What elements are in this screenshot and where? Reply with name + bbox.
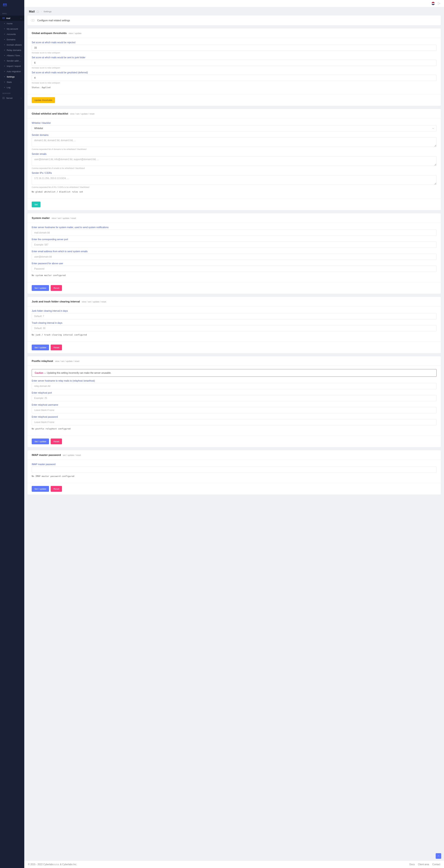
grey-score-input[interactable] xyxy=(32,75,437,81)
mailer-card: System mailerview / set / update / reset… xyxy=(28,213,441,293)
envelope-icon xyxy=(2,17,5,20)
relay-status: No postfix relayhost configured xyxy=(32,428,437,430)
wl-ips-textarea[interactable] xyxy=(32,175,437,185)
relay-reset-button[interactable]: Reset xyxy=(50,438,62,444)
scroll-top-button[interactable] xyxy=(436,853,441,859)
clearing-junk-label: Junk folder clearing interval in days xyxy=(32,310,437,312)
mailer-email-label: Enter email address from which to send s… xyxy=(32,250,437,253)
relay-pass-input[interactable] xyxy=(32,419,437,425)
sidebar-item-sender-addresses[interactable]: Sender addresses xyxy=(0,58,24,63)
whitelist-set-button[interactable]: Set xyxy=(32,202,40,207)
sidebar-item-domain-aliases[interactable]: Domain aliases xyxy=(0,42,24,48)
footer-link-contact[interactable]: Contact xyxy=(433,863,440,866)
relayhost-alert: Caution — Updating this setting incorrec… xyxy=(32,369,437,377)
sidebar-item-aliases-forwards[interactable]: Aliases / forwards xyxy=(0,53,24,58)
relay-user-input[interactable] xyxy=(32,407,437,413)
svg-rect-0 xyxy=(3,97,4,98)
sidebar-item-domains[interactable]: Domains xyxy=(0,37,24,42)
sidebar-item-accounts[interactable]: Accounts xyxy=(0,31,24,37)
sidebar-item-import-export[interactable]: Import / export xyxy=(0,63,24,69)
wl-type-select[interactable]: Whitelist xyxy=(32,125,437,131)
imap-card: IMAP master passwordset / update / reset… xyxy=(28,450,441,495)
sidebar: MAIL Mail Home My account Accounts Domai… xyxy=(0,0,24,868)
wl-type-label: Whitelist / blacklist xyxy=(32,122,437,124)
imap-pass-input[interactable] xyxy=(32,466,437,473)
antispam-status: Status: Applied xyxy=(32,86,437,89)
relay-host-label: Enter server hostname to relay mails to … xyxy=(32,379,437,382)
whitelist-card: Global whitelist and blacklistview / set… xyxy=(28,109,441,210)
sidebar-item-my-account[interactable]: My account xyxy=(0,26,24,31)
sidebar-item-mail[interactable]: Mail xyxy=(0,16,24,21)
relay-port-input[interactable] xyxy=(32,395,437,401)
section-mail: MAIL xyxy=(0,10,24,16)
junk-score-input[interactable] xyxy=(32,60,437,66)
mailer-pass-label: Enter password for above user xyxy=(32,262,437,265)
wl-emails-label: Sender emails xyxy=(32,153,437,155)
info-banner: Configure mail related settings xyxy=(28,16,441,25)
mailer-port-input[interactable] xyxy=(32,242,437,248)
sidebar-item-server[interactable]: Server xyxy=(0,95,24,101)
mailer-host-input[interactable] xyxy=(32,229,437,236)
sidebar-item-auto-migration[interactable]: Auto migration xyxy=(0,69,24,74)
clearing-card: Junk and trash folder clearing intervalv… xyxy=(28,297,441,353)
wl-ips-label: Sender IPs / CIDRs xyxy=(32,172,437,174)
mailer-status: No system mailer configured xyxy=(32,274,437,277)
sidebar-item-log[interactable]: Log xyxy=(0,85,24,90)
imap-reset-button[interactable]: Reset xyxy=(50,486,62,492)
section-server: SERVER xyxy=(0,90,24,95)
clearing-set-button[interactable]: Set / update xyxy=(32,345,49,350)
clearing-status: No junk / trash clearing interval config… xyxy=(32,334,437,336)
clearing-junk-input[interactable] xyxy=(32,313,437,319)
update-thresholds-button[interactable]: Update thresholds xyxy=(32,97,55,103)
relayhost-card: Postfix relayhostview / set / update / r… xyxy=(28,356,441,447)
svg-rect-1 xyxy=(3,98,4,99)
grey-score-label: Set score at which mails would be greyli… xyxy=(32,71,437,74)
mailer-reset-button[interactable]: Reset xyxy=(50,285,62,291)
sidebar-item-stats[interactable]: Stats xyxy=(0,80,24,85)
clearing-trash-input[interactable] xyxy=(32,325,437,331)
chevron-right-icon xyxy=(20,97,22,99)
home-icon[interactable] xyxy=(37,10,39,13)
server-icon xyxy=(2,97,5,99)
mailer-port-label: Enter the corresponding server port xyxy=(32,238,437,241)
footer-link-client-area[interactable]: Client area xyxy=(418,863,429,866)
chevron-down-icon xyxy=(20,18,22,19)
junk-score-label: Set score at which mails would be sent t… xyxy=(32,56,437,59)
topbar xyxy=(24,0,444,7)
mailer-host-label: Enter server hostname for system mailer,… xyxy=(32,226,437,229)
svg-point-3 xyxy=(33,20,35,22)
wl-domains-label: Sender domains xyxy=(32,134,437,136)
imap-pass-label: IMAP master password xyxy=(32,463,437,466)
logo-icon xyxy=(3,3,7,7)
language-flag-icon[interactable] xyxy=(432,2,435,5)
chevron-right-icon xyxy=(20,81,22,83)
mailer-set-button[interactable]: Set / update xyxy=(32,285,49,291)
clearing-trash-label: Trash clearing interval in days xyxy=(32,322,437,324)
mailer-pass-input[interactable] xyxy=(32,266,437,272)
reject-score-label: Set score at which mails would be reject… xyxy=(32,41,437,44)
footer: © 2015 - 2022 Cyberlabs s.r.o. & Cyberla… xyxy=(24,861,444,868)
relay-user-label: Enter relayhost username xyxy=(32,404,437,406)
relay-set-button[interactable]: Set / update xyxy=(32,438,49,444)
sidebar-item-home[interactable]: Home xyxy=(0,21,24,26)
copyright: © 2015 - 2022 Cyberlabs s.r.o. & Cyberla… xyxy=(28,863,77,866)
main: Mail · Settings Configure mail related s… xyxy=(24,0,444,868)
relay-port-label: Enter relayhost port xyxy=(32,392,437,394)
info-icon xyxy=(31,18,35,23)
logout-icon[interactable] xyxy=(438,2,441,5)
footer-link-docs[interactable]: Docs xyxy=(409,863,415,866)
mailer-email-input[interactable] xyxy=(32,254,437,260)
logo-area xyxy=(0,0,24,10)
reject-score-input[interactable] xyxy=(32,45,437,51)
wl-domains-textarea[interactable] xyxy=(32,137,437,147)
relay-host-input[interactable] xyxy=(32,383,437,389)
imap-set-button[interactable]: Set / update xyxy=(32,486,49,492)
breadcrumb: Mail · Settings xyxy=(24,7,444,16)
page-title: Mail xyxy=(29,10,35,13)
imap-status: No IMAP master password configured xyxy=(32,475,437,477)
wl-emails-textarea[interactable] xyxy=(32,156,437,166)
clearing-reset-button[interactable]: Reset xyxy=(50,345,62,350)
sidebar-item-settings[interactable]: Settings xyxy=(0,74,24,80)
breadcrumb-crumb: Settings xyxy=(43,10,52,13)
sidebar-item-relay-domains[interactable]: Relay domains xyxy=(0,48,24,53)
